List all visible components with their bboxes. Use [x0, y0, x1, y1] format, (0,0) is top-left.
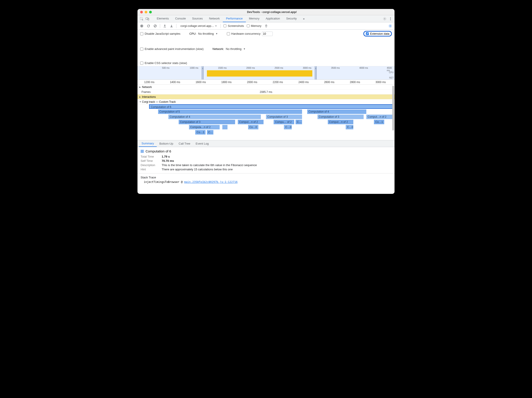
timeline-overview[interactable]: 500 ms1000 ms1500 ms2000 ms2500 ms3000 m… [138, 66, 394, 80]
tab-application[interactable]: Application [263, 15, 283, 22]
hardware-concurrency-checkbox[interactable] [227, 32, 230, 35]
tab-network[interactable]: Network [206, 15, 223, 22]
tab-elements[interactable]: Elements [154, 15, 172, 22]
disable-js-samples-checkbox[interactable]: Disable JavaScript samples [140, 32, 180, 35]
download-icon[interactable] [170, 24, 174, 28]
chevron-down-icon: ▼ [243, 48, 245, 50]
flame-chart[interactable]: Computation of 6Computation of 5Computat… [138, 104, 394, 140]
overview-tick: 2000 ms [246, 67, 255, 69]
overview-tick: 2500 ms [274, 67, 283, 69]
window-controls [140, 11, 152, 13]
flame-bar[interactable]: C… [207, 130, 213, 134]
reload-icon[interactable] [146, 24, 151, 28]
gear-icon[interactable] [382, 17, 387, 21]
capture-settings: Disable JavaScript samples CPU: No throt… [138, 30, 394, 66]
flame-bar[interactable]: Computation of 3 [317, 115, 364, 119]
flame-bar[interactable]: Computation of 3 [179, 120, 235, 124]
memory-label: Memory [251, 24, 261, 27]
screenshots-checkbox[interactable]: Screenshots [223, 24, 244, 27]
minimize-icon[interactable] [145, 11, 147, 13]
titlebar: DevTools - corgi-collage.vercel.app/ [138, 9, 394, 15]
inspect-icon[interactable] [139, 17, 144, 21]
flame-bar[interactable]: Computation of 4 [307, 109, 366, 114]
perf-toolbar: corgi-collage.vercel.app… Screenshots Me… [138, 22, 394, 30]
tab-security[interactable]: Security [283, 15, 300, 22]
css-selector-stats-input[interactable] [140, 62, 143, 65]
flame-bar[interactable]: Co…1 [195, 130, 206, 134]
garbage-icon[interactable] [264, 24, 268, 28]
overview-tick: 3500 ms [331, 67, 340, 69]
tab-console[interactable]: Console [172, 15, 189, 22]
overview-tick: 1500 ms [218, 67, 227, 69]
paint-instrumentation-input[interactable] [140, 47, 143, 51]
flame-bar[interactable]: Co…0 [248, 125, 258, 129]
flame-bar[interactable]: Computa…n of 2 [189, 125, 220, 129]
network-label: Network: [212, 47, 224, 51]
hardware-concurrency-input[interactable] [262, 32, 273, 36]
description-value: This is the time taken to calculate the … [162, 163, 257, 167]
paint-instrumentation-checkbox[interactable]: Enable advanced paint instrumentation (s… [140, 47, 203, 51]
flame-bar[interactable]: Compu… of 2 [274, 120, 294, 124]
profile-selector[interactable]: corgi-collage.vercel.app… [179, 24, 218, 28]
panel-tabs: Elements Console Sources Network Perform… [154, 15, 300, 22]
tab-performance[interactable]: Performance [223, 15, 246, 22]
chevron-down-icon: ▼ [139, 101, 142, 103]
total-time-label: Total Time [141, 155, 158, 158]
screenshots-label: Screenshots [228, 24, 244, 27]
flame-bar[interactable]: C…0 [346, 125, 353, 129]
memory-input[interactable] [247, 24, 250, 27]
tab-sources[interactable]: Sources [189, 15, 206, 22]
close-icon[interactable] [140, 11, 143, 13]
hint-value: There are approximately 15 calculations … [162, 168, 233, 171]
css-selector-stats-checkbox[interactable]: Enable CSS selector stats (slow) [140, 61, 187, 65]
svg-point-4 [390, 17, 391, 18]
network-track-header[interactable]: ▶ Network [138, 85, 394, 89]
self-time-value: 70.70 ms [162, 159, 174, 163]
flame-bar[interactable]: Computation of 5 [158, 109, 302, 114]
cpu-value: No throttling [198, 32, 214, 35]
flame-bar[interactable]: Comput…n of 2 [328, 120, 354, 124]
overview-tick: 3000 ms [303, 67, 311, 69]
flame-bar[interactable] [222, 125, 228, 129]
kebab-icon[interactable] [388, 17, 393, 21]
overview-net-label: NET [389, 76, 394, 79]
stack-link[interactable]: main.2358fe1b2c80297b.js:1:122716 [184, 180, 238, 183]
screenshots-input[interactable] [223, 24, 226, 27]
cpu-label: CPU: [190, 32, 196, 35]
summary-panel: Computation of 6 Total Time1.79 s Self T… [138, 147, 394, 186]
stack-trace-line: injectTimingsToBrowser @ main.2358fe1b2c… [144, 180, 391, 183]
tab-overflow[interactable]: » [301, 15, 306, 22]
frames-value: 2085.7 ms [260, 90, 272, 94]
range-handle-right[interactable]: || [315, 66, 317, 79]
cpu-throttle-select[interactable]: CPU: No throttling ▼ [190, 32, 218, 35]
perf-settings-icon[interactable] [388, 24, 392, 28]
disable-js-samples-input[interactable] [140, 32, 143, 35]
flame-bar[interactable]: Comput…n of 2 [238, 120, 264, 124]
device-toolbar-icon[interactable] [145, 17, 150, 21]
btab-bottom-up[interactable]: Bottom-Up [157, 141, 176, 147]
upload-icon[interactable] [163, 24, 167, 28]
btab-event-log[interactable]: Event Log [193, 141, 212, 147]
scrollbar[interactable] [392, 86, 394, 131]
flame-bar[interactable]: Co…1 [374, 120, 384, 124]
extension-data-label: Extension data [370, 32, 389, 35]
btab-summary[interactable]: Summary [139, 140, 157, 147]
zoom-icon[interactable] [149, 11, 152, 13]
flame-bar[interactable]: C…0 [284, 125, 291, 129]
memory-checkbox[interactable]: Memory [247, 24, 261, 27]
network-throttle-select[interactable]: Network: No throttling ▼ [212, 47, 245, 51]
record-icon[interactable] [140, 24, 144, 28]
btab-call-tree[interactable]: Call Tree [176, 141, 193, 147]
range-handle-left[interactable]: || [202, 66, 203, 79]
flame-bar[interactable]: C… [296, 120, 302, 124]
custom-track-header[interactable]: ▼ Corgi track — Custom Track [138, 99, 394, 104]
tab-memory[interactable]: Memory [246, 15, 263, 22]
flame-bar[interactable]: Comput…n of 2 [366, 115, 393, 119]
flame-bar[interactable]: Computation of 6 [149, 104, 393, 109]
extension-data-checkbox[interactable] [366, 32, 369, 35]
interactions-track-header[interactable]: ▶ Interactions [138, 95, 394, 99]
flame-bar[interactable]: Computation of 4 [168, 115, 261, 119]
clear-icon[interactable] [153, 24, 157, 28]
flame-bar[interactable]: Computation of 3 [266, 115, 302, 119]
ruler-tick: 1800 ms [221, 81, 232, 84]
